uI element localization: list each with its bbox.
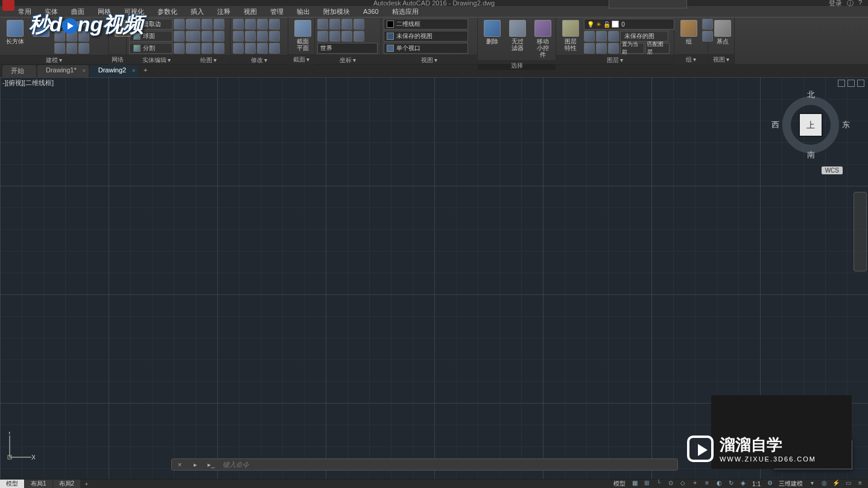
command-input[interactable] (219, 461, 677, 468)
steering-wheel-icon[interactable] (855, 196, 866, 209)
status-workspace[interactable]: 三维建模 (776, 480, 805, 488)
ucs-icon[interactable] (341, 31, 352, 42)
tool-icon[interactable] (189, 31, 200, 42)
panel-label-layers[interactable]: 图层 ▾ (556, 55, 674, 65)
chevron-down-icon[interactable]: ▾ (806, 480, 817, 488)
tool-icon[interactable] (201, 43, 212, 54)
status-scale[interactable]: 1:1 (750, 481, 763, 487)
viewport-combo[interactable]: 单个视口 (384, 43, 468, 54)
tool-icon[interactable] (78, 31, 89, 42)
tool-icon[interactable] (66, 31, 77, 42)
move-gizmo-button[interactable]: 移动 小控件 (531, 19, 555, 59)
info-icon[interactable]: ⓘ (847, 0, 854, 8)
view-combo[interactable]: 未保存的视图 (384, 31, 468, 42)
polar-toggle-icon[interactable]: ⊙ (665, 480, 676, 488)
clean-screen-icon[interactable]: ▭ (843, 480, 854, 488)
menu-surface[interactable]: 曲面 (65, 6, 90, 17)
tool-icon[interactable] (201, 31, 212, 42)
panel-label-solidedit[interactable]: 实体编辑 ▾ (127, 55, 186, 65)
tool-icon[interactable] (233, 31, 244, 42)
layout-tab-1[interactable]: 布局1 (25, 480, 52, 488)
layer-match-button[interactable]: 匹配图层 (645, 43, 670, 54)
file-tab-start[interactable]: 开始 (2, 65, 36, 77)
tool-icon[interactable] (257, 31, 268, 42)
extract-edges-button[interactable]: 提取边 (129, 19, 173, 30)
box-button[interactable]: 长方体 (2, 19, 28, 46)
grid-toggle-icon[interactable]: ▦ (629, 480, 640, 488)
tool-icon[interactable] (269, 43, 280, 54)
pan-icon[interactable] (855, 211, 866, 224)
isolate-icon[interactable]: ◎ (819, 480, 829, 488)
menu-solid[interactable]: 实体 (39, 6, 64, 17)
layer-props-button[interactable]: 图层 特性 (559, 19, 583, 52)
close-icon[interactable]: × (174, 459, 185, 470)
layer-tool-icon[interactable] (584, 31, 595, 42)
layer-combo[interactable]: 💡 ☀ 🔓 0 (584, 19, 674, 30)
layer-tool-icon[interactable] (596, 31, 607, 42)
3dosnap-icon[interactable]: ◈ (738, 480, 749, 488)
menu-manage[interactable]: 管理 (264, 6, 290, 17)
tool-icon[interactable] (78, 43, 89, 54)
customize-icon[interactable]: ≡ (855, 480, 866, 488)
no-filter-button[interactable]: 无过滤器 (505, 19, 530, 52)
delete-button[interactable]: 删除 (480, 19, 504, 46)
ucs-icon[interactable] (353, 31, 364, 42)
compass-west[interactable]: 西 (771, 119, 779, 130)
section-plane-button[interactable]: 截面 平面 (291, 19, 315, 52)
transparency-icon[interactable]: ◐ (714, 480, 724, 488)
compass-north[interactable]: 北 (807, 89, 815, 100)
compass-east[interactable]: 东 (842, 119, 850, 130)
status-model[interactable]: 模型 (611, 480, 628, 488)
panel-label-baseview[interactable]: 视图 ▾ (708, 54, 734, 64)
menu-insert[interactable]: 插入 (185, 6, 210, 17)
command-line[interactable]: × ▸ ▸_ (171, 458, 678, 471)
menu-view[interactable]: 视图 (238, 6, 263, 17)
panel-label-mesh[interactable]: 网络 (109, 54, 126, 64)
menu-parametric[interactable]: 参数化 (151, 6, 183, 17)
compass-south[interactable]: 南 (807, 150, 815, 160)
layout-tab-model[interactable]: 模型 (0, 480, 24, 488)
lineweight-icon[interactable]: ≡ (702, 480, 712, 488)
tool-icon[interactable] (245, 31, 256, 42)
cycling-icon[interactable]: ↻ (726, 480, 737, 488)
cube-face-top[interactable]: 上 (800, 114, 822, 136)
maximize-icon[interactable] (847, 80, 855, 87)
tool-icon[interactable] (174, 31, 185, 42)
recent-icon[interactable]: ▸ (190, 459, 201, 470)
tool-icon[interactable] (189, 43, 200, 54)
menu-home[interactable]: 常用 (12, 6, 37, 17)
ucs-icon[interactable] (329, 31, 340, 42)
tool-icon[interactable] (214, 43, 224, 54)
minimize-icon[interactable] (838, 80, 845, 87)
panel-label-group[interactable]: 组 ▾ (674, 54, 708, 64)
ucs-icon[interactable] (353, 19, 364, 30)
tool-icon[interactable] (189, 19, 200, 30)
ucs-icon[interactable] (329, 19, 340, 30)
hardware-accel-icon[interactable]: ⚡ (831, 480, 841, 488)
ucs-icon[interactable] (317, 19, 328, 30)
tool-icon[interactable] (257, 19, 268, 30)
tool-icon[interactable] (214, 31, 224, 42)
panel-label-view[interactable]: 视图 ▾ (381, 55, 477, 65)
panel-label-modeling[interactable]: 建模 ▾ (0, 55, 108, 65)
tool-icon[interactable] (245, 43, 256, 54)
title-search-box[interactable] (609, 0, 687, 8)
tool-icon[interactable] (174, 43, 185, 54)
file-tab-drawing1[interactable]: Drawing1*× (37, 65, 89, 77)
panel-label-coords[interactable]: 坐标 ▾ (315, 55, 381, 65)
login-link[interactable]: 登录 (829, 0, 842, 8)
tool-icon[interactable] (66, 43, 77, 54)
menu-visualize[interactable]: 可视化 (118, 6, 150, 17)
polysolid-button[interactable]: 多段体 (54, 19, 90, 30)
extrude-button[interactable] (29, 19, 53, 39)
close-icon[interactable]: × (82, 68, 85, 74)
layer-current-button[interactable]: 置为当前 (620, 43, 644, 54)
panel-label-select[interactable]: 选择 (478, 60, 556, 70)
tool-icon[interactable] (174, 19, 185, 30)
view-cube[interactable]: 上 北 南 西 东 (778, 92, 844, 158)
sphere-button[interactable]: 球面 (129, 31, 173, 42)
osnap-toggle-icon[interactable]: ◇ (677, 480, 688, 488)
tool-icon[interactable] (269, 31, 280, 42)
ortho-toggle-icon[interactable]: └ (653, 480, 664, 488)
layer-tool-icon[interactable] (608, 43, 619, 54)
